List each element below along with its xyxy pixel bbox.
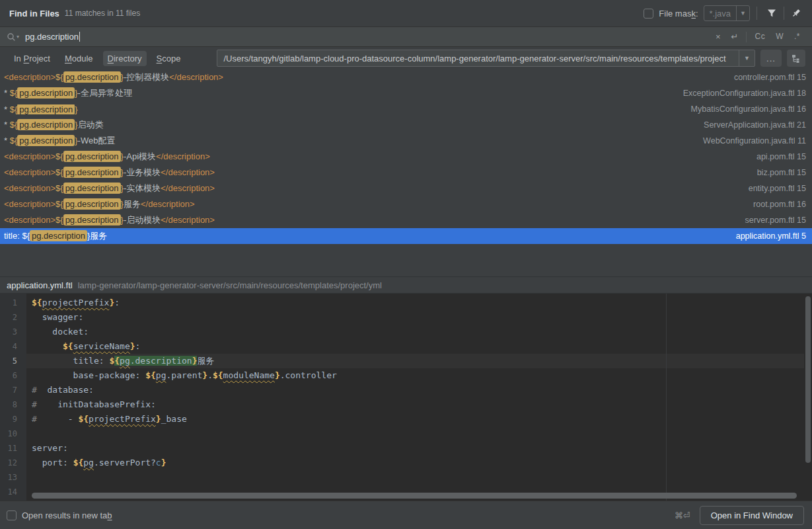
search-result-row[interactable]: * ${pg.description}-全局异常处理ExceptionConfi… bbox=[0, 85, 812, 101]
open-in-find-window-button[interactable]: Open in Find Window bbox=[700, 506, 804, 525]
directory-path-combo[interactable]: /Users/tangyh/gitlab/lamp-cloud-pro-data… bbox=[217, 50, 755, 67]
search-result-row[interactable]: <description>${pg.description}-启动模块</des… bbox=[0, 212, 812, 228]
editor-code: ${projectPrefix}: swagger: docket: ${ser… bbox=[32, 294, 812, 499]
line-number: 6 bbox=[0, 368, 26, 383]
code-line: port: ${pg.serverPort?c} bbox=[32, 456, 812, 470]
code-line: docket: bbox=[32, 325, 812, 339]
result-match-text: <description>${pg.description}-启动模块</des… bbox=[4, 214, 745, 226]
open-results-new-tab-label: Open results in new tab bbox=[22, 510, 112, 520]
result-file-label: ExceptionConfiguration.java.ftl 18 bbox=[683, 89, 812, 98]
search-result-row[interactable]: <description>${pg.description}服务</descri… bbox=[0, 196, 812, 212]
chevron-down-icon[interactable]: ▼ bbox=[736, 6, 749, 20]
filter-icon[interactable] bbox=[764, 5, 780, 21]
search-history-arrow-icon[interactable]: ▾ bbox=[17, 34, 19, 40]
result-match-text: <description>${pg.description}-实体模块</des… bbox=[4, 183, 749, 194]
line-number: 7 bbox=[0, 383, 26, 397]
preview-file-name: application.yml.ftl bbox=[7, 280, 73, 290]
shortcut-hint: ⌘⏎ bbox=[675, 510, 690, 520]
result-file-label: application.yml.ftl 5 bbox=[736, 231, 812, 241]
scope-tab-module[interactable]: Module bbox=[60, 51, 98, 66]
result-file-label: WebConfiguration.java.ftl 11 bbox=[703, 136, 812, 145]
horizontal-scrollbar[interactable] bbox=[32, 493, 797, 499]
match-summary: 11 matches in 11 files bbox=[65, 9, 140, 18]
search-result-row[interactable]: * ${pg.description}MybatisConfiguration.… bbox=[0, 101, 812, 117]
file-mask-checkbox[interactable] bbox=[644, 9, 653, 19]
code-line: swagger: bbox=[32, 310, 812, 325]
code-line bbox=[32, 427, 812, 441]
scope-row: In Project Module Directory Scope /Users… bbox=[0, 47, 812, 69]
newline-icon[interactable]: ↵ bbox=[726, 27, 744, 46]
search-result-row[interactable]: <description>${pg.description}-Api模块</de… bbox=[0, 149, 812, 165]
line-number: 9 bbox=[0, 412, 26, 427]
code-line: title: ${pg.description}服务 bbox=[32, 354, 812, 368]
scope-tab-scope[interactable]: Scope bbox=[152, 51, 186, 66]
text-caret bbox=[79, 32, 81, 42]
result-match-text: title: ${pg.description}服务 bbox=[4, 230, 736, 242]
result-match-text: <description>${pg.description}服务</descri… bbox=[4, 198, 753, 210]
chevron-down-icon[interactable]: ▼ bbox=[739, 50, 755, 66]
result-match-text: * ${pg.description}启动类 bbox=[4, 119, 704, 131]
vertical-scrollbar[interactable] bbox=[805, 296, 811, 463]
result-file-label: api.pom.ftl 15 bbox=[757, 152, 812, 161]
browse-directory-button[interactable]: ... bbox=[760, 50, 782, 67]
dialog-title: Find in Files bbox=[9, 9, 59, 19]
result-file-label: controller.pom.ftl 15 bbox=[734, 73, 812, 82]
line-number: 8 bbox=[0, 397, 26, 412]
search-bar: ▾ pg.description × ↵ Cc W .* bbox=[0, 26, 812, 47]
line-number: 2 bbox=[0, 310, 26, 325]
words-toggle[interactable]: W bbox=[770, 27, 789, 46]
pin-icon[interactable] bbox=[788, 5, 804, 21]
search-results-list: <description>${pg.description}-控制器模块</de… bbox=[0, 69, 812, 276]
directory-path-value: /Users/tangyh/gitlab/lamp-cloud-pro-data… bbox=[217, 54, 739, 63]
regex-toggle[interactable]: .* bbox=[789, 27, 805, 46]
result-match-text: * ${pg.description}-全局异常处理 bbox=[4, 87, 683, 99]
line-number: 5 bbox=[0, 354, 26, 368]
result-match-text: <description>${pg.description}-Api模块</de… bbox=[4, 151, 757, 163]
line-number: 13 bbox=[0, 470, 26, 485]
search-result-row[interactable]: * ${pg.description}-Web配置WebConfiguratio… bbox=[0, 133, 812, 149]
code-line: # database: bbox=[32, 383, 812, 397]
file-mask-label: File mask: bbox=[659, 9, 698, 19]
code-line: base-package: ${pg.parent}.${moduleName}… bbox=[32, 368, 812, 383]
directory-tree-icon[interactable] bbox=[787, 50, 805, 67]
code-line: ${projectPrefix}: bbox=[32, 296, 812, 310]
line-number: 11 bbox=[0, 441, 26, 456]
dialog-header: Find in Files 11 matches in 11 files Fil… bbox=[0, 0, 812, 26]
clear-search-icon[interactable]: × bbox=[710, 27, 726, 46]
search-result-row[interactable]: <description>${pg.description}-业务模块</des… bbox=[0, 165, 812, 181]
result-file-label: biz.pom.ftl 15 bbox=[757, 168, 812, 177]
result-file-label: root.pom.ftl 16 bbox=[753, 200, 812, 209]
editor-gutter: 1234567891011121314 bbox=[0, 294, 26, 501]
search-result-row[interactable]: * ${pg.description}启动类ServerApplication.… bbox=[0, 117, 812, 133]
code-line: server: bbox=[32, 441, 812, 456]
preview-header: application.yml.ftl lamp-generator/lamp-… bbox=[0, 276, 812, 294]
line-number: 12 bbox=[0, 456, 26, 470]
result-file-label: MybatisConfiguration.java.ftl 16 bbox=[691, 104, 812, 114]
result-match-text: * ${pg.description} bbox=[4, 104, 691, 114]
dialog-footer: Open results in new tab ⌘⏎ Open in Find … bbox=[0, 501, 812, 529]
code-line: # initDatabasePrefix: bbox=[32, 397, 812, 412]
result-file-label: entity.pom.ftl 15 bbox=[749, 184, 812, 193]
result-match-text: * ${pg.description}-Web配置 bbox=[4, 135, 703, 147]
scope-tab-directory[interactable]: Directory bbox=[103, 51, 147, 66]
line-number: 1 bbox=[0, 296, 26, 310]
file-mask-combo[interactable]: *.java ▼ bbox=[704, 5, 750, 21]
match-case-toggle[interactable]: Cc bbox=[749, 27, 770, 46]
search-icon[interactable]: ▾ bbox=[7, 32, 19, 42]
result-match-text: <description>${pg.description}-控制器模块</de… bbox=[4, 71, 734, 83]
code-line: ${serviceName}: bbox=[32, 339, 812, 354]
scope-tab-in-project[interactable]: In Project bbox=[9, 51, 55, 66]
result-match-text: <description>${pg.description}-业务模块</des… bbox=[4, 167, 757, 179]
result-file-label: server.pom.ftl 15 bbox=[745, 216, 812, 225]
code-line bbox=[32, 470, 812, 485]
line-number: 14 bbox=[0, 485, 26, 499]
search-result-row[interactable]: title: ${pg.description}服务application.ym… bbox=[0, 228, 812, 244]
open-results-new-tab-checkbox[interactable] bbox=[7, 510, 17, 520]
code-preview-editor[interactable]: 1234567891011121314 ${projectPrefix}: sw… bbox=[0, 294, 812, 501]
search-result-row[interactable]: <description>${pg.description}-实体模块</des… bbox=[0, 181, 812, 196]
find-in-files-dialog: Find in Files 11 matches in 11 files Fil… bbox=[0, 0, 812, 529]
line-number: 3 bbox=[0, 325, 26, 339]
result-file-label: ServerApplication.java.ftl 21 bbox=[704, 120, 812, 130]
search-result-row[interactable]: <description>${pg.description}-控制器模块</de… bbox=[0, 69, 812, 85]
search-input[interactable]: pg.description bbox=[25, 32, 80, 42]
